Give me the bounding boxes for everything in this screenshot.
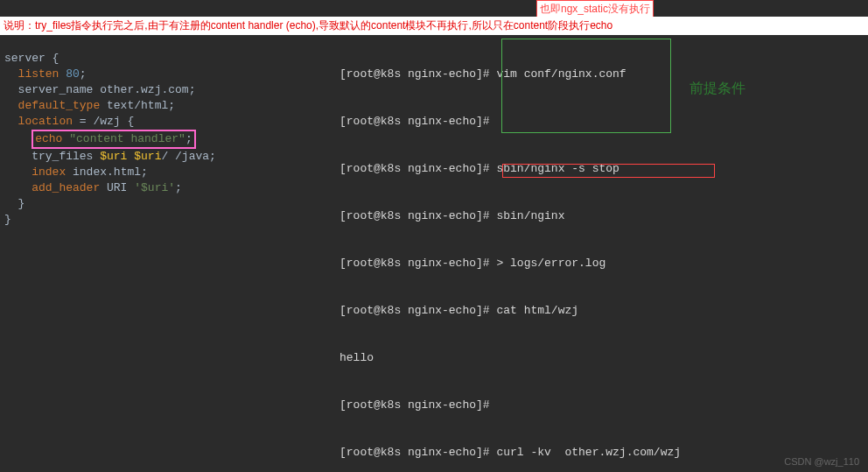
code-line: listen 80; [4,67,328,82]
red-box-curl [502,164,715,178]
code-line: } [4,196,328,212]
term-line: [root@k8s nginx-echo]# cat html/wzj [340,303,864,319]
term-line: [root@k8s nginx-echo]# > logs/error.log [340,256,864,271]
echo-highlight-box: echo "content handler"; [32,130,195,149]
code-line: add_header URI '$uri'; [4,180,328,196]
code-line: try_files $uri $uri/ /java; [4,149,328,165]
term-line: [root@k8s nginx-echo]# sbin/nginx [340,208,864,224]
annotation-red-top: 也即ngx_static没有执行 [536,0,654,18]
green-box-setup [501,39,671,133]
watermark: CSDN @wzj_110 [784,455,859,468]
code-line: server_name other.wzj.com; [4,82,328,98]
code-line: server { [4,51,328,67]
nginx-config-pane: server { listen 80; server_name other.wz… [4,51,328,228]
code-line: default_type text/html; [4,98,328,114]
code-line: } [4,212,328,228]
code-line: location = /wzj { [4,114,328,130]
annotation-explain: 说明：try_files指令执行完之后,由于有注册的content handle… [0,17,868,35]
code-line: index index.html; [4,165,328,180]
term-line: [root@k8s nginx-echo]# [340,398,864,413]
prereq-label: 前提条件 [690,79,746,98]
code-line-echo: echo "content handler"; [4,130,328,149]
term-line: hello [340,350,864,366]
